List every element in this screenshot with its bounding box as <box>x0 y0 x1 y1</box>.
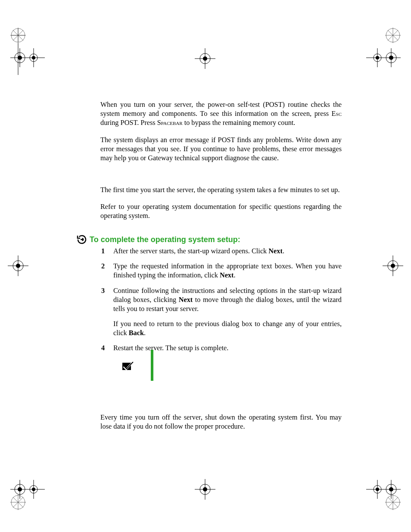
content-area: When you turn on your server, the power-… <box>100 100 342 170</box>
setup-section: The first time you start the server, the… <box>100 185 342 228</box>
tip-divider <box>151 350 153 381</box>
post-paragraph-2: The system displays an error message if … <box>100 135 342 163</box>
step-1: 1 After the server starts, the start-up … <box>113 246 342 255</box>
crop-mark-bottom-left <box>10 495 28 512</box>
crop-cross-mid-right <box>383 255 403 278</box>
crop-cross-top-left <box>10 48 45 84</box>
svg-point-27 <box>389 56 393 60</box>
crop-cross-mid-left <box>8 255 28 278</box>
crop-cross-top-right <box>366 48 401 84</box>
shutdown-section: Every time you turn off the server, shut… <box>100 413 342 439</box>
setup-paragraph-2: Refer to your operating system documenta… <box>100 202 342 220</box>
svg-point-62 <box>389 487 393 492</box>
procedure-heading: To complete the operating system setup: <box>90 235 240 244</box>
shutdown-paragraph: Every time you turn off the server, shut… <box>100 413 342 431</box>
post-paragraph-1: When you turn on your server, the power-… <box>100 100 342 128</box>
step-2: 2 Type the requested information in the … <box>113 261 342 280</box>
step-number: 4 <box>101 343 105 352</box>
crop-cross-bottom-center <box>195 479 215 501</box>
step-number: 1 <box>101 246 105 255</box>
svg-point-15 <box>32 56 35 59</box>
step-4: 4 Restart the server. The setup is compl… <box>113 343 342 352</box>
procedure-steps: 1 After the server starts, the start-up … <box>113 246 342 359</box>
svg-point-59 <box>376 488 379 491</box>
step-3: 3 Continue following the instructions an… <box>113 286 342 314</box>
crop-cross-top-center <box>195 48 215 71</box>
crop-mark-bottom-right <box>383 495 401 512</box>
setup-paragraph-1: The first time you start the server, the… <box>100 185 342 194</box>
step-number: 3 <box>101 286 105 295</box>
checkmark-icon <box>122 362 134 370</box>
step-3b: If you need to return to the previous di… <box>113 319 342 337</box>
procedure-arrow-icon <box>77 234 87 246</box>
svg-point-46 <box>32 488 35 491</box>
step-number: 2 <box>101 261 105 271</box>
svg-point-24 <box>376 56 379 59</box>
